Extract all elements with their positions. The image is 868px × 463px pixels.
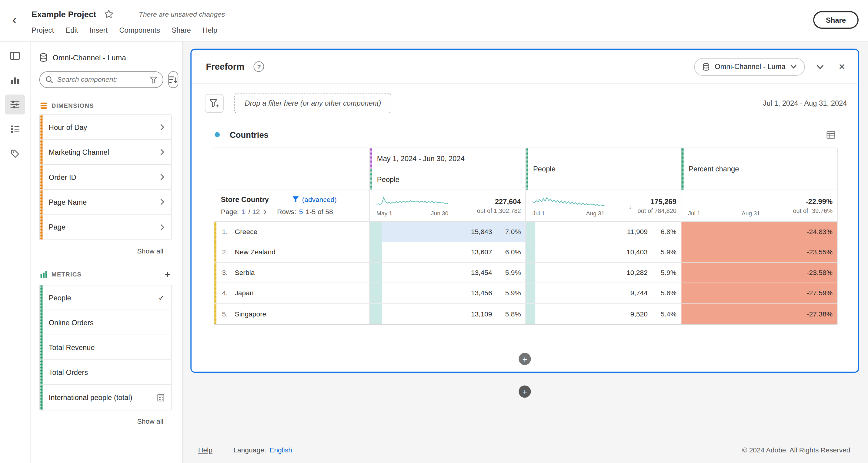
add-filter-icon[interactable]	[205, 94, 224, 113]
metric-summary-cell-1[interactable]: May 1 Jun 30 227,604 out of 1,302,782	[370, 190, 526, 222]
next-page-icon[interactable]	[264, 209, 267, 214]
data-cell[interactable]: 13,454 5.9%	[370, 263, 526, 284]
tag-icon[interactable]	[5, 143, 25, 163]
column-header-percent-change[interactable]: Percent change	[681, 148, 837, 191]
advanced-filter-icon[interactable]	[292, 196, 299, 203]
data-cell[interactable]: 11,909 6.8%	[526, 222, 681, 242]
components-list-icon[interactable]	[5, 119, 25, 139]
workspace-footer: Help Language: English © 2024 Adobe. All…	[190, 447, 859, 454]
footer-help-link[interactable]: Help	[198, 447, 213, 454]
add-metric-icon[interactable]: +	[164, 269, 170, 279]
viz-settings-table-icon[interactable]	[827, 131, 835, 139]
metric-header-label: People	[533, 165, 556, 173]
row-label-cell[interactable]: 1. Greece	[214, 222, 370, 242]
row-country: Singapore	[235, 310, 266, 318]
column-header-date-range[interactable]: May 1, 2024 - Jun 30, 2024	[370, 148, 526, 169]
cell-band	[370, 222, 382, 242]
row-label-cell[interactable]: 2. New Zealand	[214, 242, 370, 263]
menu-share[interactable]: Share	[172, 26, 191, 34]
metric-label: Total Revenue	[49, 343, 95, 351]
row-country: Greece	[235, 228, 257, 236]
percent-change-cell[interactable]: -23.55%	[681, 242, 837, 263]
percent-change-cell[interactable]: -27.59%	[681, 283, 837, 304]
menu-components[interactable]: Components	[119, 26, 160, 34]
data-cell[interactable]: 13,109 5.8%	[370, 304, 526, 324]
metric-total-orders[interactable]: Total Orders	[40, 360, 171, 385]
rows-value-link[interactable]: 5	[299, 208, 303, 216]
collapse-panel-icon[interactable]	[812, 59, 827, 74]
language-link[interactable]: English	[270, 447, 292, 454]
search-component-input[interactable]	[57, 76, 146, 84]
percent-change-cell[interactable]: -23.58%	[681, 263, 837, 284]
visualizations-icon[interactable]	[5, 70, 25, 90]
analysis-workspace-app: ‹ Example Project There are unsaved chan…	[0, 0, 868, 463]
freeform-table-icon[interactable]	[5, 95, 25, 114]
menu-project[interactable]: Project	[32, 26, 54, 34]
chevron-right-icon[interactable]	[160, 124, 164, 131]
add-panel-icon[interactable]: +	[519, 386, 531, 398]
percent-change-cell[interactable]: -24.83%	[681, 222, 837, 242]
dimension-order-id[interactable]: Order ID	[40, 165, 171, 190]
data-cell[interactable]: 10,403 5.9%	[526, 242, 681, 263]
cell-percent: 5.9%	[648, 269, 677, 277]
filter-funnel-icon[interactable]	[150, 76, 157, 83]
chevron-right-icon[interactable]	[160, 199, 164, 205]
metric-total-revenue[interactable]: Total Revenue	[40, 335, 171, 360]
date-range-header-label: May 1, 2024 - Jun 30, 2024	[377, 155, 465, 163]
data-cell[interactable]: 10,282 5.9%	[526, 263, 681, 284]
advanced-link[interactable]: (advanced)	[302, 196, 337, 203]
dimension-marketing-channel[interactable]: Marketing Channel	[40, 140, 171, 165]
column-header-people-1[interactable]: People	[370, 169, 526, 190]
table-corner-cell	[214, 148, 370, 191]
metric-summary-cell-3[interactable]: Jul 1 Aug 31 -22.99% out of -39.76%	[681, 190, 837, 222]
page-current-link[interactable]: 1	[242, 208, 246, 216]
metric-international-people[interactable]: International people (total)	[40, 385, 171, 410]
dimension-header-cell[interactable]: Store Country (advanced) Page: 1 / 12	[214, 190, 370, 222]
data-cell[interactable]: 9,744 5.6%	[526, 283, 681, 304]
close-panel-icon[interactable]: ✕	[835, 59, 849, 74]
cell-value: 13,607	[471, 248, 492, 256]
range-start-label: Jul 1	[688, 209, 701, 216]
chevron-right-icon[interactable]	[160, 224, 164, 230]
star-icon[interactable]	[104, 9, 113, 19]
cell-percent: 7.0%	[492, 228, 521, 236]
menu-edit[interactable]: Edit	[65, 26, 78, 34]
column-header-people-2[interactable]: People	[526, 148, 681, 191]
range-end-label: Aug 31	[742, 209, 760, 216]
row-rank: 2.	[222, 248, 232, 256]
help-icon[interactable]: ?	[254, 62, 264, 72]
dimensions-show-all-link[interactable]: Show all	[39, 247, 172, 255]
row-label-cell[interactable]: 5. Singapore	[214, 304, 370, 324]
metric-online-orders[interactable]: Online Orders	[40, 310, 171, 335]
metric-people[interactable]: People ✓	[40, 285, 171, 310]
dimension-page[interactable]: Page	[40, 215, 171, 239]
filter-drop-zone[interactable]: Drop a filter here (or any other compone…	[234, 93, 392, 113]
metric-strip	[370, 169, 372, 190]
sort-components-button[interactable]	[168, 71, 178, 88]
dimension-hour-of-day[interactable]: Hour of Day	[40, 115, 171, 140]
share-button[interactable]: Share	[813, 11, 859, 29]
add-visualization-icon[interactable]: +	[519, 353, 531, 365]
row-label-cell[interactable]: 4. Japan	[214, 283, 370, 304]
dataset-dropdown[interactable]: Omni-Channel - Luma	[694, 58, 805, 75]
menu-help[interactable]: Help	[203, 26, 217, 34]
search-component-box	[39, 71, 163, 88]
metrics-show-all-link[interactable]: Show all	[39, 418, 172, 425]
panel-title: Freeform	[206, 62, 244, 72]
chevron-right-icon[interactable]	[160, 174, 164, 180]
data-cell[interactable]: 13,456 5.9%	[370, 283, 526, 304]
panel-date-range[interactable]: Jul 1, 2024 - Aug 31, 2024	[763, 99, 847, 107]
row-label-cell[interactable]: 3. Serbia	[214, 263, 370, 284]
back-icon[interactable]: ‹	[8, 13, 21, 27]
dimension-page-name[interactable]: Page Name	[40, 190, 171, 214]
data-cell[interactable]: 15,843 7.0%	[370, 222, 526, 242]
metric-summary-cell-2[interactable]: Jul 1 Aug 31 ↓ 175,269 out of 784,820	[526, 190, 681, 222]
data-cell[interactable]: 9,520 5.4%	[526, 304, 681, 324]
rows-label: Rows:	[277, 208, 296, 216]
sort-descending-icon[interactable]: ↓	[628, 202, 632, 210]
percent-change-cell[interactable]: -27.38%	[681, 304, 837, 324]
chevron-right-icon[interactable]	[160, 149, 164, 155]
menu-insert[interactable]: Insert	[90, 26, 107, 34]
panels-icon[interactable]	[5, 46, 25, 66]
data-cell[interactable]: 13,607 6.0%	[370, 242, 526, 263]
